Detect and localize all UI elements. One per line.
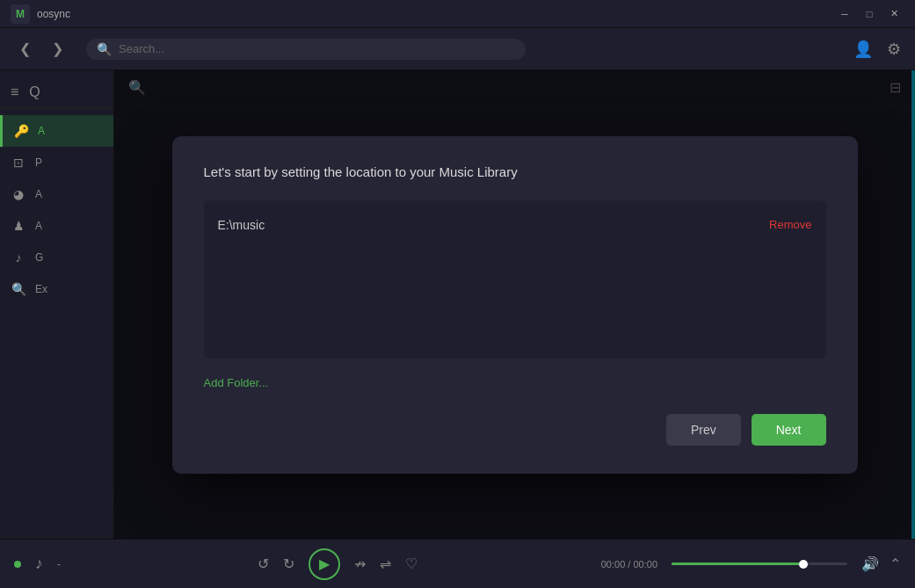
titlebar-left: M oosync [11, 4, 70, 24]
setup-dialog: Let's start by setting the location to y… [172, 136, 858, 474]
settings-button[interactable]: ⚙ [887, 40, 901, 59]
queue-icon[interactable]: Q [29, 84, 40, 100]
repeat-icon: ↻ [283, 556, 294, 571]
close-button[interactable]: ✕ [883, 6, 904, 22]
sidebar-item-genres[interactable]: ♪ G [0, 242, 113, 273]
sidebar-item-label: A [35, 188, 42, 200]
rewind-button[interactable]: ↺ [258, 555, 269, 572]
expand-icon: ⌃ [890, 556, 901, 571]
toolbar: ❮ ❯ 🔍 👤 ⚙ [0, 28, 915, 70]
player-bar: ♪ - ↺ ↻ ▶ ↛ ⇌ ♡ 00:00 / 00: [0, 539, 915, 588]
player-dot [14, 561, 21, 568]
track-name: - [57, 558, 75, 570]
sidebar-item-explore[interactable]: 🔍 Ex [0, 273, 113, 305]
menu-icon[interactable]: ≡ [11, 84, 18, 100]
player-time: 00:00 / 00:00 [601, 559, 657, 570]
search-bar: 🔍 [86, 39, 526, 60]
user-icon: 👤 [853, 40, 873, 58]
sidebar-top-icons: ≡ Q [0, 77, 113, 108]
rewind-icon: ↺ [258, 556, 269, 571]
app-title: oosync [37, 8, 70, 20]
key-icon: 🔑 [13, 124, 29, 138]
modal-overlay: Let's start by setting the location to y… [114, 70, 915, 539]
remove-folder-button[interactable]: Remove [769, 218, 811, 231]
window-controls: ─ □ ✕ [834, 6, 904, 22]
settings-icon: ⚙ [887, 40, 901, 58]
shuffle-icon: ⇌ [380, 556, 391, 571]
back-button[interactable]: ❮ [14, 37, 36, 61]
explore-icon: 🔍 [11, 282, 26, 296]
heart-icon: ♡ [405, 556, 418, 571]
volume-icon: 🔊 [861, 556, 879, 571]
volume-button[interactable]: 🔊 [861, 555, 879, 572]
forward-button[interactable]: ↛ [354, 555, 366, 572]
genre-icon: ♪ [11, 250, 26, 265]
user-button[interactable]: 👤 [853, 40, 873, 59]
main-content: ≡ Q 🔑 A ⊡ P ◕ A ♟ A ♪ G [0, 70, 915, 539]
app-window: ❮ ❯ 🔍 👤 ⚙ ≡ Q 🔑 A ⊡ [0, 28, 915, 588]
player-progress-bar[interactable] [672, 563, 847, 565]
sidebar-item-artists[interactable]: ◕ A [0, 178, 113, 210]
repeat-button[interactable]: ↻ [283, 555, 294, 572]
sidebar-item-library[interactable]: 🔑 A [0, 115, 113, 147]
add-folder-button[interactable]: Add Folder... [204, 376, 269, 389]
search-input[interactable] [119, 42, 515, 55]
sidebar-item-label: P [35, 156, 42, 169]
expand-button[interactable]: ⌃ [890, 555, 901, 572]
folder-list-box: E:\music Remove [204, 200, 826, 359]
album-icon: ♟ [11, 219, 26, 233]
dialog-footer: Prev Next [204, 414, 826, 446]
player-progress-fill [672, 563, 803, 565]
sidebar: ≡ Q 🔑 A ⊡ P ◕ A ♟ A ♪ G [0, 70, 114, 539]
player-right-icons: 🔊 ⌃ [861, 555, 901, 572]
sidebar-item-label: G [35, 251, 43, 264]
forward-button[interactable]: ❯ [47, 37, 69, 61]
heart-button[interactable]: ♡ [405, 555, 418, 572]
shuffle-button[interactable]: ⇌ [380, 555, 391, 572]
folder-path: E:\music [218, 218, 265, 232]
play-button[interactable]: ▶ [309, 548, 340, 580]
minimize-button[interactable]: ─ [834, 6, 855, 22]
player-progress-thumb [799, 560, 808, 569]
folder-item: E:\music Remove [218, 214, 812, 236]
forward-icon: ↛ [354, 556, 366, 571]
sidebar-item-label: Ex [35, 283, 47, 295]
sidebar-item-podcasts[interactable]: ⊡ P [0, 147, 113, 178]
player-controls: ↺ ↻ ▶ ↛ ⇌ ♡ [258, 548, 418, 580]
prev-button[interactable]: Prev [666, 414, 741, 446]
dialog-title: Let's start by setting the location to y… [204, 164, 826, 179]
artist-icon: ◕ [11, 187, 26, 201]
track-icon: ♪ [35, 555, 43, 573]
content-area: 🔍 ⊟ Let's start by setting the location … [114, 70, 915, 539]
sidebar-item-label: A [38, 125, 45, 137]
podcast-icon: ⊡ [11, 156, 26, 170]
search-icon: 🔍 [97, 42, 112, 56]
sidebar-item-label: A [35, 220, 42, 232]
toolbar-right: 👤 ⚙ [853, 40, 901, 59]
app-logo: M [11, 4, 30, 24]
titlebar: M oosync ─ □ ✕ [0, 0, 915, 28]
maximize-button[interactable]: □ [859, 6, 880, 22]
play-icon: ▶ [319, 555, 330, 572]
sidebar-item-albums[interactable]: ♟ A [0, 210, 113, 242]
next-button[interactable]: Next [752, 414, 826, 446]
